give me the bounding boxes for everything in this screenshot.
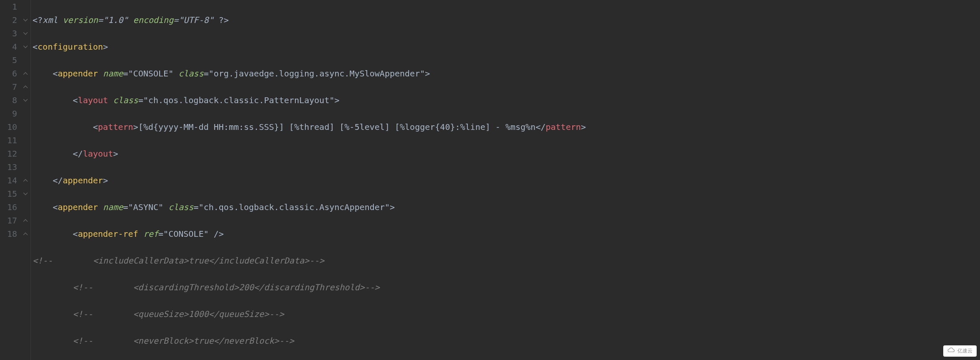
comment: <!-- <queueSize>1000</queueSize>-->	[73, 309, 284, 319]
attr-ref: ref	[143, 229, 158, 239]
fold-marker-close[interactable]	[20, 214, 30, 227]
line-number: 5	[0, 53, 17, 67]
code-area[interactable]: <?xml version="1.0" encoding="UTF-8" ?> …	[31, 0, 980, 360]
attr-name: name	[103, 202, 123, 212]
code-line[interactable]: <configuration>	[33, 40, 980, 53]
pattern-text: [%d{yyyy-MM-dd HH:mm:ss.SSS}] [%thread] …	[138, 122, 536, 132]
fold-marker[interactable]	[20, 107, 30, 120]
line-number: 18	[0, 227, 17, 241]
fold-marker[interactable]	[20, 120, 30, 134]
code-line[interactable]: </layout>	[33, 147, 980, 160]
attr-class: class	[168, 202, 193, 212]
tag-appender: appender	[58, 202, 98, 212]
line-number: 13	[0, 160, 17, 174]
tag-appender-ref: appender-ref	[78, 229, 138, 239]
fold-marker-open[interactable]	[20, 94, 30, 107]
attr-class: class	[178, 68, 203, 79]
fold-marker-open[interactable]	[20, 27, 30, 40]
line-number: 10	[0, 120, 17, 134]
fold-marker-open[interactable]	[20, 187, 30, 200]
comment: <!-- <includeCallerData>true</includeCal…	[33, 256, 324, 266]
attr-name: name	[103, 68, 123, 79]
xml-decl-name: xml	[43, 15, 63, 25]
line-number: 2	[0, 13, 17, 27]
fold-marker[interactable]	[20, 160, 30, 174]
code-line[interactable]: <appender name="ASYNC" class="ch.qos.log…	[33, 200, 980, 214]
line-number: 3	[0, 27, 17, 40]
watermark-badge: 亿速云	[943, 345, 977, 357]
line-number: 11	[0, 134, 17, 147]
code-line[interactable]: <!-- <includeCallerData>true</includeCal…	[33, 254, 980, 267]
fold-marker-open[interactable]	[20, 13, 30, 27]
fold-marker-close[interactable]	[20, 227, 30, 241]
code-line[interactable]: <?xml version="1.0" encoding="UTF-8" ?>	[33, 13, 980, 27]
attr-value: ="CONSOLE"	[158, 229, 213, 239]
tag-layout: layout	[78, 95, 108, 105]
fold-marker[interactable]	[20, 200, 30, 214]
tag-appender-close: appender	[63, 175, 103, 185]
line-number: 14	[0, 174, 17, 187]
line-number: 9	[0, 107, 17, 120]
fold-marker-close[interactable]	[20, 174, 30, 187]
attr-encoding: encoding	[133, 15, 173, 25]
tag-layout-close: layout	[83, 149, 113, 159]
line-number: 17	[0, 214, 17, 227]
processing-instruction-close: ?>	[219, 15, 229, 25]
fold-gutter	[20, 0, 31, 360]
attr-value: ="org.javaedge.logging.async.MySlowAppen…	[203, 68, 425, 79]
code-editor[interactable]: 1 2 3 4 5 6 7 8 9 10 11 12 13 14 15 16 1…	[0, 0, 980, 360]
attr-value: ="ch.qos.logback.classic.PatternLayout"	[138, 95, 335, 105]
attr-value: ="1.0"	[98, 15, 133, 25]
attr-value: ="ASYNC"	[123, 202, 168, 212]
attr-value: ="ch.qos.logback.classic.AsyncAppender"	[193, 202, 390, 212]
code-line[interactable]: <appender-ref ref="CONSOLE" />	[33, 227, 980, 241]
attr-version: version	[63, 15, 98, 25]
tag-appender: appender	[58, 68, 98, 79]
line-number: 15	[0, 187, 17, 200]
fold-marker-open[interactable]	[20, 40, 30, 53]
attr-class: class	[113, 95, 138, 105]
fold-marker-close[interactable]	[20, 67, 30, 80]
code-line[interactable]: <!-- <discardingThreshold>200</discardin…	[33, 281, 980, 294]
fold-marker[interactable]	[20, 134, 30, 147]
processing-instruction-open: <?	[33, 15, 43, 25]
cloud-icon	[947, 347, 955, 355]
code-line[interactable]: </appender>	[33, 174, 980, 187]
code-line[interactable]: <!-- <neverBlock>true</neverBlock>-->	[33, 334, 980, 347]
line-number: 12	[0, 147, 17, 160]
comment: <!-- <discardingThreshold>200</discardin…	[73, 282, 380, 292]
code-line[interactable]: <pattern>[%d{yyyy-MM-dd HH:mm:ss.SSS}] […	[33, 120, 980, 134]
line-number: 4	[0, 40, 17, 53]
line-number: 16	[0, 200, 17, 214]
attr-value: ="UTF-8"	[173, 15, 218, 25]
attr-value: ="CONSOLE"	[123, 68, 178, 79]
code-line[interactable]: <appender name="CONSOLE" class="org.java…	[33, 67, 980, 80]
line-number: 7	[0, 80, 17, 94]
line-number: 8	[0, 94, 17, 107]
fold-marker[interactable]	[20, 147, 30, 160]
watermark-text: 亿速云	[957, 347, 972, 355]
comment: <!-- <neverBlock>true</neverBlock>-->	[73, 336, 294, 346]
fold-marker-close[interactable]	[20, 80, 30, 94]
tag-pattern-close: pattern	[546, 122, 581, 132]
fold-marker[interactable]	[20, 53, 30, 67]
tag-configuration: configuration	[38, 42, 103, 52]
code-line[interactable]: <!-- <queueSize>1000</queueSize>-->	[33, 307, 980, 321]
line-number-gutter: 1 2 3 4 5 6 7 8 9 10 11 12 13 14 15 16 1…	[0, 0, 20, 360]
fold-marker[interactable]	[20, 0, 30, 13]
tag-pattern: pattern	[98, 122, 133, 132]
line-number: 6	[0, 67, 17, 80]
code-line[interactable]: <layout class="ch.qos.logback.classic.Pa…	[33, 94, 980, 107]
line-number: 1	[0, 0, 17, 13]
